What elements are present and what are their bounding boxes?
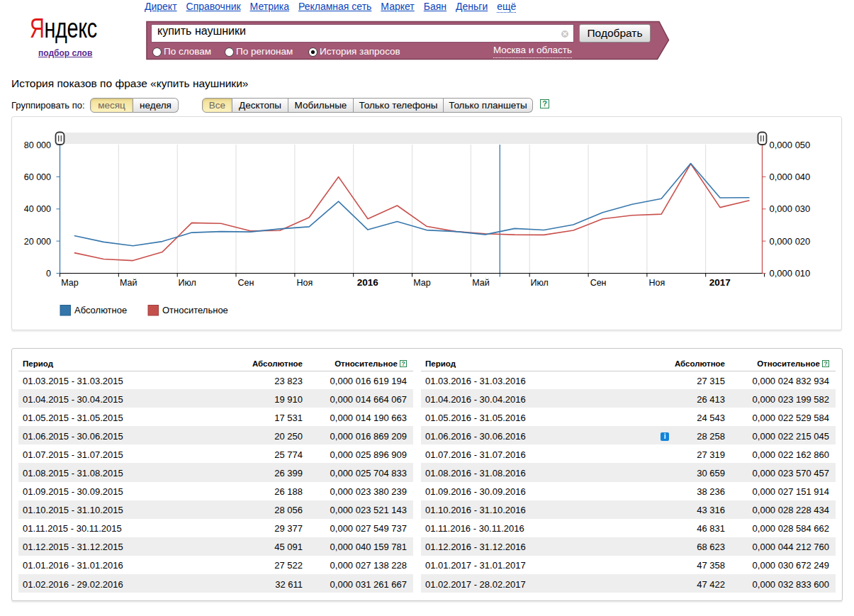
svg-text:Июл: Июл [179, 278, 196, 288]
svg-text:0: 0 [46, 269, 51, 279]
svg-text:2017: 2017 [709, 277, 731, 288]
svg-text:40 000: 40 000 [24, 204, 51, 214]
svg-text:0,000 010: 0,000 010 [770, 268, 811, 279]
svg-text:Мар: Мар [413, 278, 431, 288]
svg-text:60 000: 60 000 [24, 172, 51, 182]
svg-text:Май: Май [120, 278, 137, 288]
svg-text:Мар: Мар [61, 278, 79, 288]
svg-text:Май: Май [472, 278, 490, 288]
svg-text:Ноя: Ноя [297, 278, 313, 288]
svg-text:Относительное: Относительное [162, 305, 228, 315]
svg-text:Сен: Сен [238, 278, 254, 288]
svg-text:2016: 2016 [357, 277, 379, 288]
svg-text:80 000: 80 000 [24, 140, 51, 150]
svg-text:Ноя: Ноя [649, 278, 665, 288]
svg-text:Абсолютное: Абсолютное [74, 305, 127, 315]
svg-text:0,000 030: 0,000 030 [770, 203, 811, 214]
svg-text:Июл: Июл [531, 278, 549, 288]
svg-text:0,000 020: 0,000 020 [770, 236, 811, 247]
svg-text:20 000: 20 000 [24, 237, 51, 247]
svg-text:0,000 050: 0,000 050 [770, 140, 811, 150]
svg-text:Сен: Сен [590, 278, 607, 288]
svg-text:0,000 040: 0,000 040 [770, 172, 811, 182]
